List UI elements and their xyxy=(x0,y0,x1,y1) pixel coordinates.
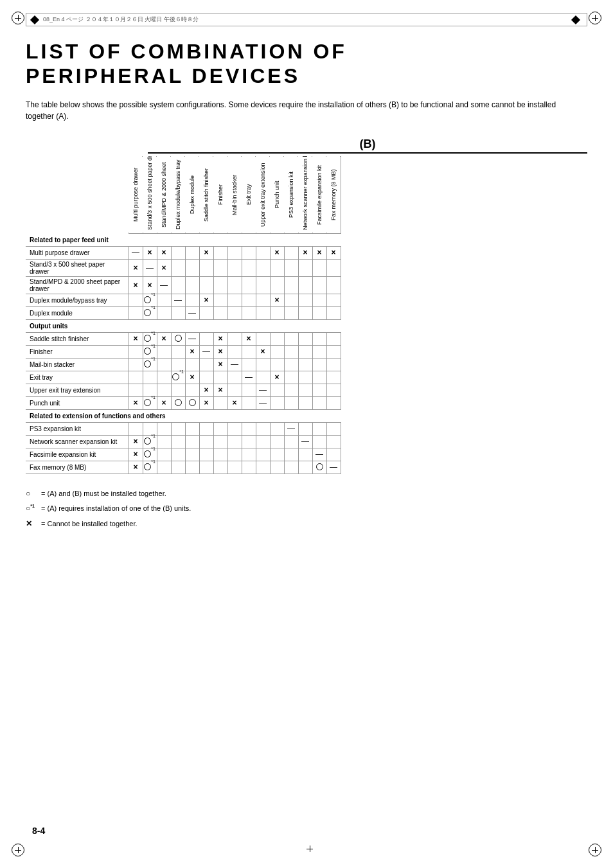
corner-mark-bl xyxy=(12,844,24,856)
b-label-row: (B) xyxy=(129,137,587,154)
table-cell: × xyxy=(157,259,171,276)
col-finisher: Finisher xyxy=(213,156,227,233)
title-line2: PERIPHERAL DEVICES xyxy=(26,64,587,88)
table-cell xyxy=(326,435,341,448)
table-cell xyxy=(298,358,312,371)
table-cell xyxy=(298,461,312,474)
table-cell: × xyxy=(143,246,157,259)
table-cell: — xyxy=(157,276,171,294)
row-label: Upper exit tray extension xyxy=(26,384,129,396)
table-cell xyxy=(242,306,256,319)
table-cell xyxy=(199,461,213,474)
table-cell xyxy=(312,259,326,276)
table-cell xyxy=(284,345,298,358)
table-cell xyxy=(171,461,185,474)
table-cell xyxy=(227,384,242,396)
col-mail-bin: Mail-bin stacker xyxy=(227,156,242,233)
table-cell xyxy=(213,276,227,294)
table-cell xyxy=(284,332,298,345)
row-label: Stand/3 x 500 sheet paper drawer xyxy=(26,259,129,276)
table-cell: *1 xyxy=(143,358,157,371)
table-cell: × xyxy=(326,246,341,259)
table-cell xyxy=(185,396,199,409)
table-cell xyxy=(270,461,284,474)
col-duplex-module: Duplex module xyxy=(185,156,199,233)
table-cell xyxy=(256,358,270,371)
table-cell xyxy=(284,371,298,384)
table-cell xyxy=(298,371,312,384)
table-cell xyxy=(284,435,298,448)
table-cell xyxy=(185,461,199,474)
table-cell xyxy=(326,332,341,345)
row-label: Punch unit xyxy=(26,396,129,409)
table-cell xyxy=(199,435,213,448)
table-cell xyxy=(284,461,298,474)
table-cell xyxy=(129,371,143,384)
table-cell: × xyxy=(242,332,256,345)
row-label: Exit tray xyxy=(26,371,129,384)
main-title: LIST OF COMBINATION OF PERIPHERAL DEVICE… xyxy=(26,39,587,89)
table-cell xyxy=(298,345,312,358)
table-cell xyxy=(312,435,326,448)
row-label: Duplex module/bypass tray xyxy=(26,294,129,306)
table-cell xyxy=(227,246,242,259)
table-cell xyxy=(129,422,143,435)
table-cell: × xyxy=(129,435,143,448)
table-cell xyxy=(185,422,199,435)
table-cell: × xyxy=(213,384,227,396)
table-cell: — xyxy=(326,461,341,474)
corner-mark-tr xyxy=(589,12,601,24)
table-cell xyxy=(270,435,284,448)
table-cell: × xyxy=(129,276,143,294)
section-label-cell: Output units xyxy=(26,319,341,332)
table-cell: × xyxy=(270,246,284,259)
page: 08_En 4 ページ ２０４年１０月２６日 火曜日 午後６時８分 LIST O… xyxy=(0,0,613,868)
table-cell xyxy=(171,259,185,276)
table-cell xyxy=(199,422,213,435)
table-row: Network scanner expansion kit×*1— xyxy=(26,435,341,448)
table-cell: × xyxy=(157,396,171,409)
table-cell xyxy=(227,461,242,474)
table-cell: × xyxy=(157,332,171,345)
table-cell xyxy=(270,259,284,276)
table-cell xyxy=(326,371,341,384)
table-cell xyxy=(171,422,185,435)
table-section: (A) (B) Multi purpose drawer Stand/3 x 5… xyxy=(26,137,587,474)
table-cell: × xyxy=(199,396,213,409)
table-cell xyxy=(256,246,270,259)
table-cell: × xyxy=(227,396,242,409)
table-cell xyxy=(298,448,312,461)
table-cell: × xyxy=(256,345,270,358)
table-cell xyxy=(199,332,213,345)
row-label: PS3 expansion kit xyxy=(26,422,129,435)
table-cell: *1 xyxy=(143,306,157,319)
table-cell: × xyxy=(270,371,284,384)
table-cell xyxy=(326,259,341,276)
table-cell: × xyxy=(213,332,227,345)
table-row: Stand/3 x 500 sheet paper drawer×—× xyxy=(26,259,341,276)
legend-sym-circle-star: ○*1 xyxy=(26,502,39,516)
table-cell xyxy=(284,246,298,259)
table-cell xyxy=(157,435,171,448)
table-cell xyxy=(157,371,171,384)
section-label-cell: Related to extension of functions and ot… xyxy=(26,409,341,422)
table-cell xyxy=(171,435,185,448)
table-cell: × xyxy=(129,461,143,474)
corner-cross-tr xyxy=(592,15,598,21)
section-label-row: Output units xyxy=(26,319,341,332)
table-cell xyxy=(242,461,256,474)
col-duplex-bypass: Duplex module/bypass tray xyxy=(171,156,185,233)
table-cell: × xyxy=(185,345,199,358)
table-cell xyxy=(298,306,312,319)
table-cell xyxy=(185,276,199,294)
table-row: Duplex module/bypass tray*1—×× xyxy=(26,294,341,306)
table-row: Saddle stitch finisher×*1×—×× xyxy=(26,332,341,345)
table-cell xyxy=(326,396,341,409)
table-cell xyxy=(157,294,171,306)
table-cell xyxy=(185,448,199,461)
table-cell xyxy=(199,448,213,461)
table-cell xyxy=(326,306,341,319)
diamond-icon xyxy=(30,15,39,24)
table-cell xyxy=(185,435,199,448)
table-cell xyxy=(242,422,256,435)
